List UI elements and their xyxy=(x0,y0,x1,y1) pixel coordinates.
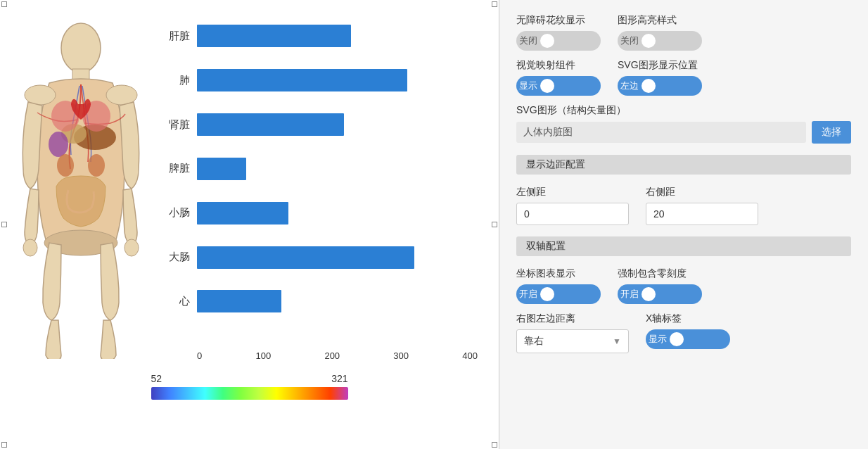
highlight-toggle[interactable]: 关闭 xyxy=(618,31,702,51)
bar-fill xyxy=(197,158,246,180)
svg-shape-label: SVG图形（结构矢量图） xyxy=(516,104,851,117)
x-axis-tick: 0 xyxy=(197,350,202,361)
right-margin-input[interactable] xyxy=(646,203,758,225)
svg-point-5 xyxy=(125,239,139,256)
resize-handle-br[interactable] xyxy=(492,442,497,448)
bar-fill xyxy=(197,69,407,91)
bar-fill xyxy=(197,113,344,136)
no-barrier-label: 无障碍花纹显示 xyxy=(516,14,601,27)
setting-axis-display: 坐标图表显示 开启 xyxy=(516,267,601,304)
legend-min: 52 xyxy=(151,373,162,384)
x-axis-ticks: 0100200300400 xyxy=(197,350,478,361)
settings-row-1: 无障碍花纹显示 关闭 图形高亮样式 关闭 xyxy=(516,14,851,51)
settings-row-margin: 左侧距 右侧距 xyxy=(516,186,851,225)
color-bar xyxy=(151,387,348,400)
dropdown-chevron: ▼ xyxy=(613,336,621,346)
bar-label: 肺 xyxy=(155,74,190,87)
svg-point-14 xyxy=(57,154,74,177)
axis-display-toggle[interactable]: 开启 xyxy=(516,284,601,304)
bar-track xyxy=(197,290,478,312)
axis-display-toggle-label: 开启 xyxy=(519,288,537,301)
bar-row: 肝脏 xyxy=(155,20,478,52)
x-axis-tick: 400 xyxy=(462,350,478,361)
x-axis-tick: 200 xyxy=(324,350,340,361)
legend-values: 52 321 xyxy=(151,373,348,384)
axis-display-toggle-circle xyxy=(540,287,554,301)
svg-shape-select-btn[interactable]: 选择 xyxy=(812,121,851,144)
no-barrier-toggle[interactable]: 关闭 xyxy=(516,31,601,51)
svg-point-13 xyxy=(49,132,68,157)
left-panel: 肝脏肺肾脏脾脏小肠大肠心 0100200300400 52 321 xyxy=(0,0,499,449)
setting-force-zero: 强制包含零刻度 开启 xyxy=(618,267,702,304)
svg-position-toggle-circle xyxy=(642,79,656,93)
settings-row-2: 视觉映射组件 显示 SVG图形显示位置 左边 xyxy=(516,59,851,96)
dual-axis-header: 双轴配置 xyxy=(516,236,851,256)
visual-mapping-toggle[interactable]: 显示 xyxy=(516,76,601,96)
resize-handle-bl[interactable] xyxy=(1,442,7,448)
force-zero-label: 强制包含零刻度 xyxy=(618,267,702,280)
bar-row: 脾脏 xyxy=(155,153,478,185)
x-axis-tag-toggle[interactable]: 显示 xyxy=(646,329,730,349)
bar-label: 肝脏 xyxy=(155,30,190,43)
visual-mapping-label: 视觉映射组件 xyxy=(516,59,601,72)
settings-row-right-margin: 右图左边距离 靠右 ▼ X轴标签 显示 xyxy=(516,312,851,353)
svg-position-toggle[interactable]: 左边 xyxy=(618,76,702,96)
right-margin-label: 右侧距 xyxy=(646,186,758,198)
setting-right-chart-margin: 右图左边距离 靠右 ▼ xyxy=(516,312,629,353)
chart-area: 肝脏肺肾脏脾脏小肠大肠心 0100200300400 xyxy=(0,7,499,373)
svg-shape-input[interactable] xyxy=(516,122,806,143)
x-axis-tag-label: X轴标签 xyxy=(646,312,730,325)
bar-label: 心 xyxy=(155,295,190,308)
bars-area: 肝脏肺肾脏脾脏小肠大肠心 xyxy=(155,14,478,345)
bar-row: 肺 xyxy=(155,64,478,96)
bar-track xyxy=(197,113,478,136)
no-barrier-toggle-circle xyxy=(540,34,554,48)
left-margin-input[interactable] xyxy=(516,203,629,225)
bar-label: 肾脏 xyxy=(155,118,190,132)
setting-visual-mapping: 视觉映射组件 显示 xyxy=(516,59,601,96)
left-margin-label: 左侧距 xyxy=(516,186,629,198)
resize-handle-tr[interactable] xyxy=(492,1,497,7)
resize-handle-right[interactable] xyxy=(492,222,497,227)
right-panel: 无障碍花纹显示 关闭 图形高亮样式 关闭 视觉映射组件 显示 SVG图形显示位置 xyxy=(499,0,868,449)
setting-x-axis-tag: X轴标签 显示 xyxy=(646,312,730,349)
bar-chart: 肝脏肺肾脏脾脏小肠大肠心 0100200300400 xyxy=(155,14,478,366)
x-axis-tick: 100 xyxy=(255,350,271,361)
bar-fill xyxy=(197,25,351,47)
bar-track xyxy=(197,202,478,224)
svg-position-label: SVG图形显示位置 xyxy=(618,59,702,72)
x-axis-tag-toggle-label: 显示 xyxy=(649,333,667,346)
svg-point-15 xyxy=(88,154,105,177)
bar-row: 心 xyxy=(155,285,478,317)
resize-handle-left[interactable] xyxy=(1,222,7,227)
setting-svg-shape: SVG图形（结构矢量图） 选择 xyxy=(516,104,851,144)
setting-highlight: 图形高亮样式 关闭 xyxy=(618,14,702,51)
bar-track xyxy=(197,246,478,269)
no-barrier-toggle-label: 关闭 xyxy=(519,34,537,47)
force-zero-toggle[interactable]: 开启 xyxy=(618,284,702,304)
resize-handle-tl[interactable] xyxy=(1,1,7,7)
bar-track xyxy=(197,25,478,47)
bar-fill xyxy=(197,202,288,224)
setting-no-barrier: 无障碍花纹显示 关闭 xyxy=(516,14,601,51)
force-zero-toggle-label: 开启 xyxy=(620,288,639,301)
axis-display-label: 坐标图表显示 xyxy=(516,267,601,280)
bar-track xyxy=(197,69,478,91)
bar-label: 小肠 xyxy=(155,206,190,220)
highlight-toggle-label: 关闭 xyxy=(620,34,639,47)
display-margin-header: 显示边距配置 xyxy=(516,155,851,175)
settings-row-axis: 坐标图表显示 开启 强制包含零刻度 开启 xyxy=(516,267,851,304)
x-axis-tag-toggle-circle xyxy=(670,332,684,346)
svg-position-toggle-label: 左边 xyxy=(620,80,639,92)
bottom-section: 52 321 xyxy=(0,373,499,407)
legend-max: 321 xyxy=(331,373,347,384)
bar-label: 脾脏 xyxy=(155,162,190,175)
bar-row: 大肠 xyxy=(155,241,478,274)
bar-row: 肾脏 xyxy=(155,108,478,141)
bar-track xyxy=(197,158,478,180)
svg-input-row: 选择 xyxy=(516,121,851,144)
setting-left-margin: 左侧距 xyxy=(516,186,629,225)
bar-label: 大肠 xyxy=(155,251,190,264)
right-chart-margin-dropdown[interactable]: 靠右 ▼ xyxy=(516,329,629,353)
x-axis: 0100200300400 xyxy=(155,345,478,366)
